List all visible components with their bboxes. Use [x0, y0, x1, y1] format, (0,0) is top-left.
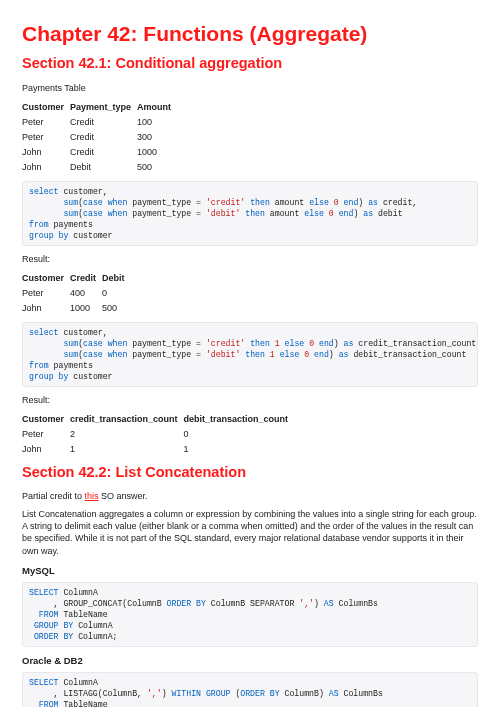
chapter-title: Chapter 42: Functions (Aggregate): [22, 20, 478, 48]
credit-text-1: Partial credit to: [22, 491, 85, 501]
th-amount: Amount: [137, 100, 177, 114]
table-row: JohnDebit500: [22, 160, 177, 175]
th-customer: Customer: [22, 271, 70, 285]
table-row: PeterCredit100: [22, 114, 177, 129]
th-debit-count: debit_transaction_count: [184, 412, 295, 426]
th-customer: Customer: [22, 100, 70, 114]
th-credit-count: credit_transaction_count: [70, 412, 184, 426]
th-debit: Debit: [102, 271, 131, 285]
table-row: John1000500: [22, 300, 131, 315]
table-row: Peter20: [22, 426, 294, 441]
code-block-oracle: SELECT ColumnA , LISTAGG(ColumnB, ',') W…: [22, 672, 478, 707]
credit-text-2: SO answer.: [99, 491, 148, 501]
section-title-1: Section 42.1: Conditional aggregation: [22, 54, 478, 74]
code-block-2: select customer, sum(case when payment_t…: [22, 322, 478, 387]
result-table-1: Customer Credit Debit Peter4000 John1000…: [22, 271, 131, 315]
section2-body: List Concatenation aggregates a column o…: [22, 508, 478, 557]
th-customer: Customer: [22, 412, 70, 426]
code-block-1: select customer, sum(case when payment_t…: [22, 181, 478, 246]
th-credit: Credit: [70, 271, 102, 285]
credit-paragraph: Partial credit to this SO answer.: [22, 490, 478, 502]
table-row: JohnCredit1000: [22, 144, 177, 159]
so-link[interactable]: this: [85, 491, 99, 501]
table-row: Peter4000: [22, 285, 131, 300]
mysql-heading: MySQL: [22, 565, 478, 578]
th-payment-type: Payment_type: [70, 100, 137, 114]
result-table-2: Customer credit_transaction_count debit_…: [22, 412, 294, 456]
payments-label: Payments Table: [22, 82, 478, 94]
table-row: John11: [22, 441, 294, 456]
result-label-1: Result:: [22, 253, 478, 265]
payments-table: Customer Payment_type Amount PeterCredit…: [22, 100, 177, 175]
section-title-2: Section 42.2: List Concatenation: [22, 463, 478, 483]
code-block-mysql: SELECT ColumnA , GROUP_CONCAT(ColumnB OR…: [22, 582, 478, 647]
table-row: PeterCredit300: [22, 129, 177, 144]
result-label-2: Result:: [22, 394, 478, 406]
oracle-heading: Oracle & DB2: [22, 655, 478, 668]
